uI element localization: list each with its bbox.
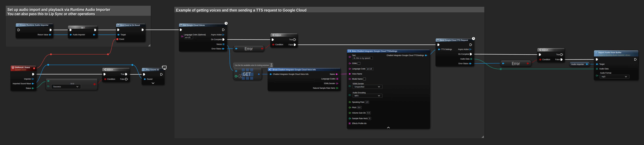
svg-text:Bind Event to On Result: Bind Event to On Result [120,24,140,26]
svg-text:Pitch: Pitch [352,106,356,109]
svg-text:Make Chatbot Integrator Google: Make Chatbot Integrator Google Cloud TTS… [352,50,397,52]
svg-text:Sample Rate Hertz: Sample Rate Hertz [352,117,368,120]
svg-text:Branch: Branch [542,49,548,51]
svg-text:Chatbot Integrator Google Clou: Chatbot Integrator Google Cloud Voice In… [273,73,308,75]
svg-text:On Complete: On Complete [211,38,222,41]
svg-text:Natural Sample Rate Hertz: Natural Sample Rate Hertz [313,87,335,89]
svg-text:en-US: en-US [367,68,372,70]
svg-text:Audio Importer: Audio Importer [73,34,85,36]
svg-text:Error Status: Error Status [212,48,222,50]
svg-text:True: True [289,39,293,41]
svg-text:Text: Text [352,54,356,56]
svg-text:Get Google Cloud Voices: Get Google Cloud Voices [183,24,205,26]
svg-text:Voices: Voices [216,43,222,45]
svg-text:0: 0 [240,75,241,77]
svg-text:Imported Sound Wave: Imported Sound Wave [13,83,31,85]
svg-text:You can also pass this to Lip: You can also pass this to Lip Sync or ot… [8,11,95,16]
svg-text:False: False [120,78,125,80]
svg-text:Set up audio import and playba: Set up audio import and playback via Run… [8,7,110,12]
svg-text:True: True [556,53,560,56]
svg-text:0.0: 0.0 [358,106,360,109]
svg-text:Effects Profile Ids: Effects Profile Ids [352,122,366,125]
svg-text:Speaking Rate: Speaking Rate [352,101,364,103]
svg-text:False: False [289,44,293,46]
svg-text:Create Runtime Audio Importer: Create Runtime Audio Importer [20,24,48,26]
svg-text:Language Code: Language Code [352,68,366,70]
svg-text:Return Value: Return Value [38,34,48,36]
svg-text:Unspecified: Unspecified [354,86,364,88]
svg-text:Importer: Importer [24,78,31,80]
svg-text:Sound: Sound [147,78,152,80]
svg-text:SET: SET [81,26,85,29]
svg-text:Use the first available voice: Use the first available voice for testin… [235,64,269,66]
svg-text:Voice Name: Voice Name [352,73,362,75]
svg-text:Error: Error [245,46,253,51]
svg-text:False: False [555,58,560,61]
svg-text:0.0: 0.0 [367,112,370,114]
svg-text:Name: Name [330,73,335,75]
svg-text:SSML: SSML [352,62,357,64]
svg-text:On Complete: On Complete [458,53,469,55]
svg-text:Import Audio from Buffer: Import Audio from Buffer [598,51,622,54]
svg-text:GET: GET [243,71,251,77]
svg-text:1.0: 1.0 [366,101,368,103]
svg-text:Branch: Branch [275,34,281,36]
svg-text:SSMLGender: SSMLGender [324,82,335,85]
svg-text:Audio Importer: Audio Importer [571,63,584,65]
svg-text:Target: Target [120,34,126,36]
svg-text:Audio Encoding: Audio Encoding [352,92,366,94]
svg-text:Audio Data: Audio Data [599,68,609,70]
svg-text:mp3: mp3 [602,76,606,78]
svg-text:Hi, this is my speech: Hi, this is my speech [354,57,370,59]
svg-text:Custom Event: Custom Event [15,69,26,71]
svg-text:Audio Format: Audio Format [600,72,612,74]
svg-text:True: True [121,73,125,75]
svg-text:0: 0 [369,117,370,120]
svg-text:Send Google Cloud TTS Request: Send Google Cloud TTS Request [440,39,468,41]
svg-text:Event: Event [120,38,124,40]
svg-text:Condition: Condition [542,58,550,61]
svg-text:Play Sound 2D: Play Sound 2D [146,69,159,71]
svg-text:TTS Settings: TTS Settings [441,48,452,50]
svg-text:Branch: Branch [107,68,113,71]
svg-text:Chatbot Integrator Google Clou: Chatbot Integrator Google Cloud TTSSetti… [386,54,424,56]
svg-text:Error: Error [512,61,520,66]
svg-text:Language Codes: Language Codes [322,78,336,80]
svg-text:Target is Runtime Audio Import: Target is Runtime Audio Importer Library [598,54,630,56]
svg-text:Condition: Condition [275,43,283,46]
svg-text:Example of getting voices and: Example of getting voices and then sendi… [176,8,306,12]
svg-text:OnResult_Event: OnResult_Event [15,66,30,69]
svg-text:Status: Status [26,87,31,89]
svg-text:Condition: Condition [107,78,115,80]
svg-text:Target: Target [599,63,604,65]
svg-text:Break Chatbot Integrator Googl: Break Chatbot Integrator Google Cloud Vo… [272,69,316,71]
svg-text:Language Code (Optional): Language Code (Optional) [184,34,206,36]
svg-text:Model Name: Model Name [352,78,362,80]
svg-text:Success: Success [53,85,61,88]
svg-text:Error Status: Error Status [458,62,468,65]
svg-text:Volume Gain Db: Volume Gain Db [352,112,366,114]
svg-text:MP3: MP3 [354,95,358,97]
svg-text:Audio Data: Audio Data [460,58,470,60]
svg-text:Async Action: Async Action [211,34,222,36]
svg-text:SSMLGender: SSMLGender [352,83,364,85]
svg-text:en-US: en-US [185,36,190,39]
svg-text:Async Action: Async Action [458,48,469,50]
